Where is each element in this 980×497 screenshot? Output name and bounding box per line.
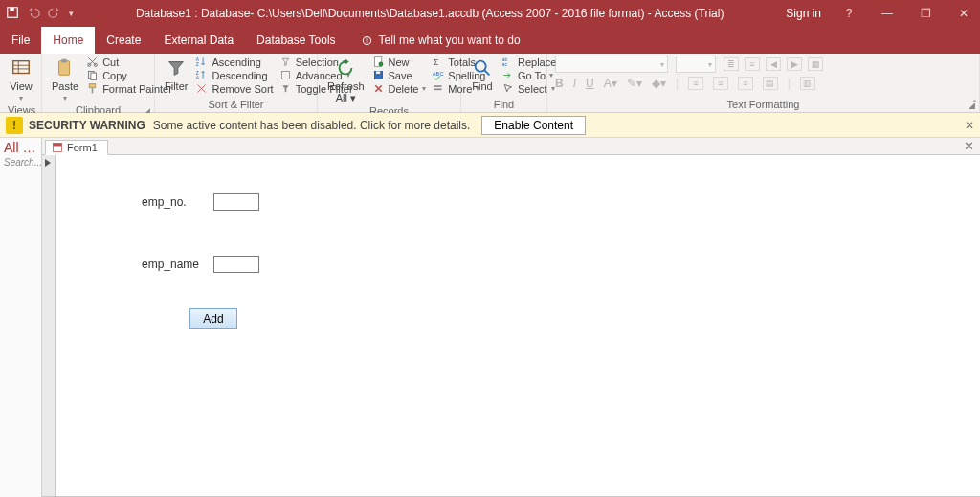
bullets-icon[interactable]: ≣ bbox=[724, 57, 739, 71]
svg-text:A: A bbox=[196, 57, 200, 62]
svg-text:ac: ac bbox=[502, 62, 508, 67]
group-find-label: Find bbox=[469, 99, 539, 112]
emp-name-label: emp_name bbox=[142, 258, 213, 271]
ascending-button[interactable]: AZAscending bbox=[195, 56, 273, 68]
align-center-icon[interactable]: ≡ bbox=[713, 77, 728, 90]
svg-text:Σ: Σ bbox=[434, 57, 439, 67]
svg-rect-8 bbox=[59, 61, 70, 76]
find-button[interactable]: Find bbox=[469, 56, 496, 94]
save-record-button[interactable]: Save bbox=[372, 69, 427, 81]
form-icon bbox=[52, 142, 63, 153]
svg-text:ab: ab bbox=[502, 57, 508, 62]
numbering-icon[interactable]: ≡ bbox=[745, 57, 760, 71]
view-button[interactable]: View ▾ bbox=[8, 56, 34, 104]
window-title: Database1 : Database- C:\Users\Dell\Docu… bbox=[74, 7, 786, 20]
emp-no-label: emp_no. bbox=[142, 195, 213, 209]
tab-file[interactable]: File bbox=[0, 27, 41, 54]
tab-database-tools[interactable]: Database Tools bbox=[245, 27, 347, 54]
underline-icon[interactable]: U bbox=[586, 77, 594, 90]
font-name-combo[interactable]: ▾ bbox=[555, 56, 668, 73]
document-tabs: Form1 ✕ bbox=[42, 138, 980, 155]
ribbon-tabs: File Home Create External Data Database … bbox=[0, 27, 980, 54]
bold-icon[interactable]: B bbox=[555, 77, 564, 90]
redo-icon[interactable] bbox=[48, 6, 61, 22]
svg-line-30 bbox=[484, 70, 490, 76]
add-button[interactable]: Add bbox=[189, 308, 237, 329]
tab-home[interactable]: Home bbox=[41, 27, 95, 54]
collapse-ribbon-icon[interactable]: ˆ bbox=[973, 100, 976, 110]
record-selector[interactable] bbox=[42, 155, 56, 496]
refresh-all-button[interactable]: RefreshAll ▾ bbox=[325, 56, 367, 105]
ribbon: View ▾ Views Paste ▾ Cut Copy Format Pai… bbox=[0, 54, 980, 113]
font-size-combo[interactable]: ▾ bbox=[676, 56, 716, 73]
paste-button[interactable]: Paste ▾ bbox=[50, 56, 80, 104]
emp-name-field[interactable] bbox=[213, 256, 259, 273]
conditional-fmt-icon[interactable]: ▥ bbox=[800, 77, 815, 90]
help-icon[interactable]: ? bbox=[838, 7, 859, 20]
fill-color-icon[interactable]: ◆▾ bbox=[652, 77, 666, 90]
italic-icon[interactable]: I bbox=[573, 77, 576, 90]
remove-sort-button[interactable]: Remove Sort bbox=[195, 82, 273, 95]
save-icon[interactable] bbox=[6, 6, 19, 22]
descending-button[interactable]: ZADescending bbox=[195, 69, 273, 81]
navigation-pane[interactable]: All … Search...🔍 bbox=[0, 138, 42, 497]
security-message: Some active content has been disabled. C… bbox=[153, 119, 471, 132]
delete-record-button[interactable]: Delete▾ bbox=[372, 82, 427, 95]
enable-content-button[interactable]: Enable Content bbox=[481, 116, 586, 135]
nav-search[interactable]: Search...🔍 bbox=[0, 157, 41, 168]
security-title: SECURITY WARNING bbox=[29, 119, 145, 132]
svg-text:Z: Z bbox=[196, 62, 199, 67]
alt-row-color-icon[interactable]: ▤ bbox=[763, 77, 778, 90]
font-color-icon[interactable]: A▾ bbox=[604, 77, 617, 90]
svg-rect-13 bbox=[91, 73, 97, 79]
restore-icon[interactable]: ❐ bbox=[915, 7, 936, 20]
indent-dec-icon[interactable]: ◀ bbox=[766, 57, 781, 71]
shield-icon: ! bbox=[6, 117, 23, 134]
highlight-icon[interactable]: ✎▾ bbox=[627, 77, 642, 90]
gridlines-icon[interactable]: ▦ bbox=[808, 57, 823, 71]
doc-close-icon[interactable]: ✕ bbox=[964, 139, 974, 153]
svg-rect-1 bbox=[10, 7, 13, 11]
svg-text:ABC: ABC bbox=[433, 71, 444, 77]
workspace: All … Search...🔍 Form1 ✕ emp_no. emp_nam… bbox=[0, 138, 980, 497]
svg-rect-14 bbox=[89, 84, 96, 88]
tab-external-data[interactable]: External Data bbox=[152, 27, 245, 54]
group-sortfilter-label: Sort & Filter bbox=[163, 99, 309, 112]
svg-rect-20 bbox=[281, 71, 289, 79]
undo-icon[interactable] bbox=[27, 6, 40, 22]
svg-point-22 bbox=[378, 62, 383, 67]
doc-tab-form1[interactable]: Form1 bbox=[45, 140, 108, 155]
filter-button[interactable]: Filter bbox=[163, 56, 189, 94]
align-left-icon[interactable]: ≡ bbox=[688, 77, 703, 90]
emp-no-field[interactable] bbox=[213, 193, 259, 211]
nav-header[interactable]: All … bbox=[0, 138, 41, 157]
new-record-button[interactable]: New bbox=[372, 56, 427, 68]
svg-rect-15 bbox=[92, 88, 94, 94]
current-record-icon bbox=[45, 159, 51, 167]
close-icon[interactable]: ✕ bbox=[953, 7, 974, 20]
group-textfmt-label: Text Formatting bbox=[727, 99, 800, 110]
tellme-label: Tell me what you want to do bbox=[379, 34, 521, 47]
indent-inc-icon[interactable]: ▶ bbox=[787, 57, 802, 71]
tellme-search[interactable]: Tell me what you want to do bbox=[347, 27, 521, 54]
svg-rect-9 bbox=[61, 59, 67, 63]
doc-tab-label: Form1 bbox=[67, 142, 98, 153]
minimize-icon[interactable]: — bbox=[877, 7, 898, 20]
form-view: emp_no. emp_name Add bbox=[42, 155, 980, 497]
svg-rect-28 bbox=[434, 89, 442, 91]
align-right-icon[interactable]: ≡ bbox=[738, 77, 753, 90]
svg-rect-3 bbox=[366, 38, 368, 43]
svg-rect-27 bbox=[434, 85, 442, 87]
svg-rect-4 bbox=[13, 61, 30, 74]
svg-rect-24 bbox=[376, 71, 380, 73]
svg-rect-34 bbox=[54, 144, 62, 147]
security-close-icon[interactable]: ✕ bbox=[965, 119, 974, 132]
svg-text:A: A bbox=[196, 76, 200, 80]
svg-text:Z: Z bbox=[196, 71, 199, 76]
security-warning-bar: ! SECURITY WARNING Some active content h… bbox=[0, 113, 980, 138]
tab-create[interactable]: Create bbox=[95, 27, 152, 54]
title-bar: ▾ Database1 : Database- C:\Users\Dell\Do… bbox=[0, 0, 980, 27]
signin-link[interactable]: Sign in bbox=[786, 7, 821, 20]
